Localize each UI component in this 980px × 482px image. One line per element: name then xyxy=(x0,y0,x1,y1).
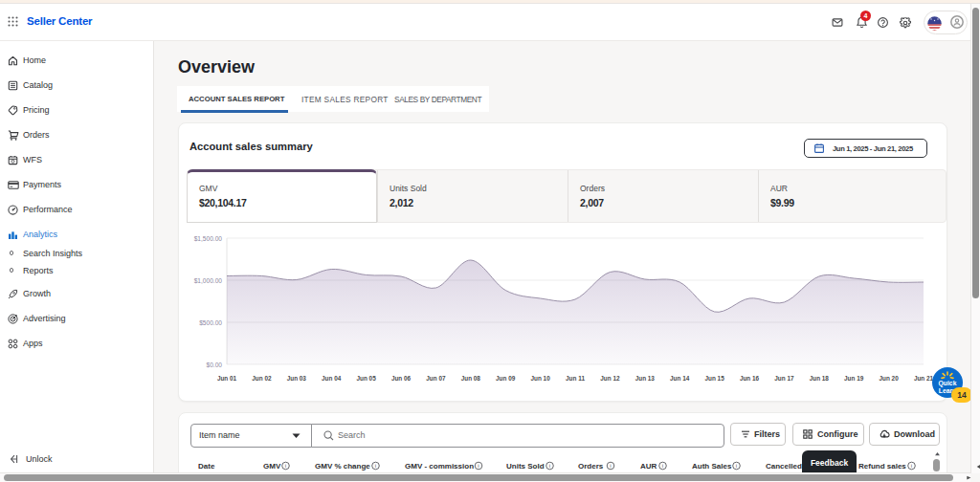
svg-text:GMV: GMV xyxy=(263,462,281,471)
svg-text:i: i xyxy=(736,463,737,469)
svg-text:Jun 19: Jun 19 xyxy=(844,375,864,382)
svg-text:Jun 09: Jun 09 xyxy=(496,375,516,382)
svg-text:$500.00: $500.00 xyxy=(199,319,222,326)
svg-text:AUR: AUR xyxy=(640,462,657,471)
svg-text:$1,500.00: $1,500.00 xyxy=(194,235,223,242)
svg-text:Auth Sales: Auth Sales xyxy=(692,462,732,471)
svg-text:Jun 20: Jun 20 xyxy=(879,375,899,382)
svg-text:Jun 13: Jun 13 xyxy=(635,375,656,382)
svg-text:Jun 15: Jun 15 xyxy=(704,375,724,382)
svg-text:i: i xyxy=(662,463,663,469)
svg-text:Date: Date xyxy=(198,462,215,471)
svg-text:Jun 04: Jun 04 xyxy=(322,375,342,382)
svg-text:Jun 12: Jun 12 xyxy=(600,375,620,382)
svg-text:i: i xyxy=(375,463,376,469)
svg-text:GMV - commission: GMV - commission xyxy=(405,462,474,471)
svg-text:Jun 17: Jun 17 xyxy=(774,375,794,382)
svg-text:Jun 10: Jun 10 xyxy=(530,375,550,382)
svg-text:Jun 14: Jun 14 xyxy=(670,375,690,382)
svg-text:i: i xyxy=(911,463,912,469)
svg-text:i: i xyxy=(610,463,611,469)
svg-text:Orders: Orders xyxy=(578,462,604,471)
svg-text:Jun 11: Jun 11 xyxy=(566,375,585,382)
svg-text:Jun 07: Jun 07 xyxy=(426,375,446,382)
svg-text:Refund sales: Refund sales xyxy=(858,462,906,471)
svg-text:$1,000.00: $1,000.00 xyxy=(194,277,223,284)
svg-text:GMV % change: GMV % change xyxy=(315,462,370,471)
svg-text:Jun 06: Jun 06 xyxy=(391,375,412,382)
svg-text:i: i xyxy=(478,463,479,469)
svg-text:Jun 18: Jun 18 xyxy=(810,375,830,382)
svg-text:i: i xyxy=(549,463,550,469)
svg-text:Jun 05: Jun 05 xyxy=(356,375,376,382)
svg-text:Units Sold: Units Sold xyxy=(506,462,545,471)
svg-text:Jun 21: Jun 21 xyxy=(914,375,934,382)
svg-text:Jun 16: Jun 16 xyxy=(740,375,760,382)
svg-text:Jun 01: Jun 01 xyxy=(217,375,237,382)
svg-text:Jun 03: Jun 03 xyxy=(287,375,307,382)
svg-text:Cancelled: Cancelled xyxy=(766,462,802,471)
svg-text:Jun 02: Jun 02 xyxy=(252,375,272,382)
svg-text:i: i xyxy=(285,463,286,469)
svg-text:$0.00: $0.00 xyxy=(206,362,222,368)
svg-text:Jun 08: Jun 08 xyxy=(461,375,481,382)
